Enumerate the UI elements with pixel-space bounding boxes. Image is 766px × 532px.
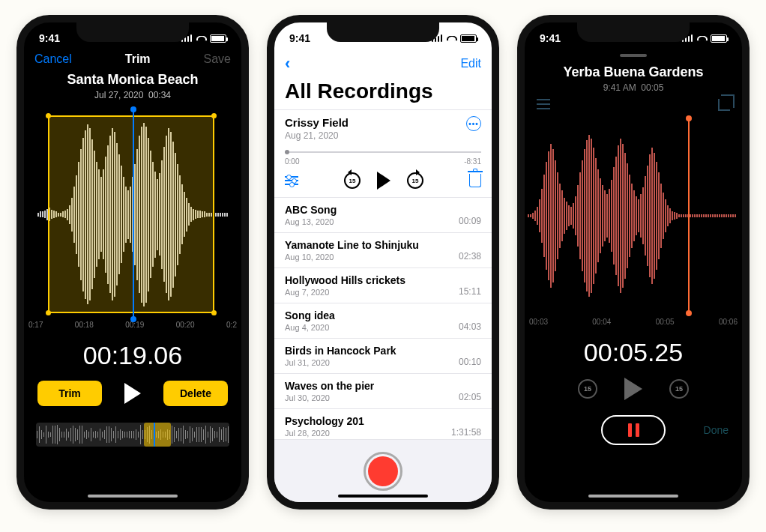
elapsed-time: 0:00 [285,157,299,166]
home-indicator[interactable] [588,495,678,498]
crop-icon[interactable] [718,99,730,111]
recording-name: Yerba Buena Gardens [525,64,742,80]
pause-button[interactable] [601,415,666,445]
row-name: Psychology 201 [285,415,364,427]
timeline-tick: 00:19 [125,321,144,329]
timeline-tick: 00:20 [176,321,195,329]
trash-icon[interactable] [469,174,481,187]
notch [577,22,690,42]
row-name: Yamanote Line to Shinjuku [285,239,419,251]
trim-handle-top-right[interactable] [211,113,217,118]
timeline-tick: 0:17 [28,321,43,329]
wifi-icon [196,34,207,42]
notch [327,22,439,42]
timeline-tick: 00:06 [719,318,738,326]
featured-controls [285,172,481,190]
phone-recording: 9:41 Yerba Buena Gardens 9:41 AM 00:05 0… [517,15,750,510]
recording-meta: Santa Monica Beach Jul 27, 2020 00:34 [24,72,241,100]
sheet-grabber[interactable] [620,54,647,57]
save-button[interactable]: Save [204,52,231,66]
waveform [528,135,739,297]
nav-title: Trim [125,52,151,66]
row-duration: 02:38 [459,251,481,262]
row-date: Aug 10, 2020 [285,253,419,262]
recording-row[interactable]: Yamanote Line to ShinjukuAug 10, 202002:… [274,233,492,268]
waveform-area[interactable] [525,118,742,313]
recordings-list: ABC SongAug 13, 202000:09Yamanote Line t… [274,198,492,444]
recording-row[interactable]: Hollywood Hills cricketsAug 7, 202015:11 [274,268,492,303]
skip-forward-button[interactable] [669,379,689,399]
row-date: Jul 28, 2020 [285,429,364,438]
status-time: 9:41 [540,32,561,44]
trim-handle-top-left[interactable] [46,113,51,118]
phone-trim: 9:41 Cancel Trim Save Santa Monica Beach… [16,15,249,510]
timeline-tick: 00:05 [656,318,675,326]
recording-name: Santa Monica Beach [24,72,241,88]
edit-button[interactable]: Edit [460,57,481,70]
menu-icon[interactable] [537,99,550,111]
waveform-area[interactable] [24,112,241,316]
timeline-tick: 00:18 [75,321,94,329]
row-date: Aug 7, 2020 [285,288,405,297]
trim-controls: Trim Delete [24,381,241,406]
cancel-button[interactable]: Cancel [34,52,72,66]
recording-sub: Jul 27, 2020 00:34 [24,90,241,100]
recording-row[interactable]: Song ideaAug 4, 202004:03 [274,303,492,339]
trim-nav: Cancel Trim Save [24,49,241,72]
row-duration: 04:03 [459,321,481,332]
delete-button[interactable]: Delete [163,381,228,406]
row-name: Birds in Hancock Park [285,345,396,357]
recording-row[interactable]: Waves on the pierJul 30, 202002:05 [274,374,492,409]
list-nav: ‹ Edit [274,49,492,78]
row-duration: 15:11 [459,286,481,297]
skip-back-button[interactable] [578,379,597,399]
play-button[interactable] [124,383,141,404]
status-time: 9:41 [289,32,310,44]
timeline-tick: 00:03 [529,318,548,326]
notch [76,22,189,42]
row-date: Jul 30, 2020 [285,393,374,402]
playback-controls [525,378,742,400]
trim-button[interactable]: Trim [37,381,102,406]
recording-row[interactable]: Birds in Hancock ParkJul 31, 202000:10 [274,339,492,374]
trim-handle-bottom-left[interactable] [46,310,51,315]
scrubber-window[interactable] [144,423,171,447]
playhead[interactable] [688,118,690,313]
wifi-icon [447,34,457,42]
timeline: 00:0300:0400:0500:06 [525,313,742,326]
recording-row[interactable]: ABC SongAug 13, 202000:09 [274,198,492,233]
row-duration: 00:09 [459,216,481,226]
skip-back-button[interactable] [344,172,361,189]
scrubber[interactable] [36,423,229,447]
home-indicator[interactable] [88,495,178,498]
play-button[interactable] [377,172,390,190]
scrubber-playhead[interactable] [154,423,155,447]
more-button[interactable]: ••• [466,116,481,131]
trim-selection[interactable] [48,115,214,313]
featured-recording[interactable]: Crissy Field Aug 21, 2020 ••• 0:00 -8:31 [274,109,492,198]
row-duration: 02:05 [459,392,481,402]
status-icons [682,34,727,43]
progress-slider[interactable] [285,148,481,156]
done-button[interactable]: Done [704,424,729,436]
slider-times: 0:00 -8:31 [285,157,481,166]
featured-date: Aug 21, 2020 [285,130,349,141]
play-button[interactable] [624,378,642,400]
editor-toolbar [525,93,742,111]
record-button[interactable] [364,452,402,491]
battery-icon [460,34,477,43]
equalizer-icon[interactable] [285,176,298,185]
row-date: Aug 13, 2020 [285,217,337,226]
status-time: 9:41 [39,32,60,44]
wifi-icon [697,34,708,42]
home-indicator[interactable] [338,495,428,498]
record-footer [274,439,492,502]
battery-icon [210,34,226,43]
recording-date: Jul 27, 2020 [94,90,143,100]
timeline-tick: 0:2 [226,321,237,329]
skip-forward-button[interactable] [407,172,423,189]
back-button[interactable]: ‹ [285,54,290,73]
playhead[interactable] [133,109,134,319]
recording-meta: Yerba Buena Gardens 9:41 AM 00:05 [525,64,742,93]
trim-handle-bottom-right[interactable] [211,310,217,315]
